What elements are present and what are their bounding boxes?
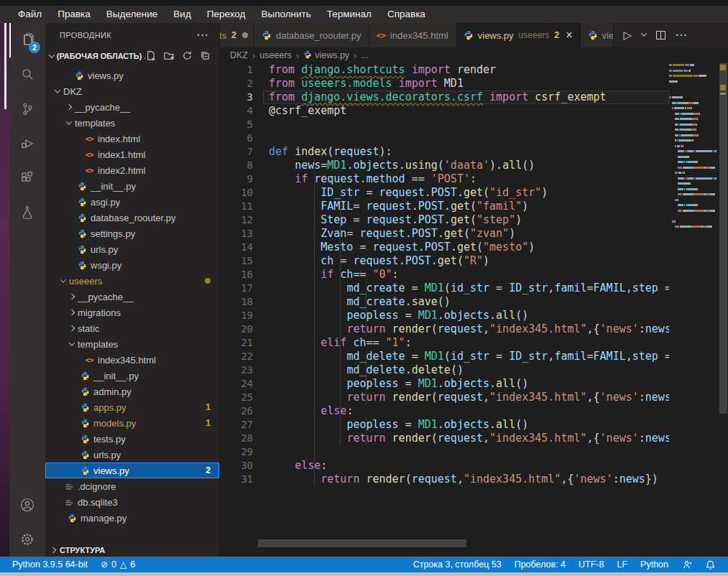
errors-icon: ⊘ bbox=[101, 559, 108, 570]
tree-item-useeers[interactable]: useeers bbox=[45, 273, 219, 289]
close-icon[interactable]: × bbox=[566, 29, 572, 41]
tree-item-label: index1.html bbox=[98, 149, 145, 160]
tree-item-manage.py[interactable]: manage.py bbox=[45, 510, 219, 526]
cursor-position-status[interactable]: Строка 3, столбец 53 bbox=[408, 557, 507, 572]
tree-item-index2.html[interactable]: <>index2.html bbox=[45, 162, 219, 178]
eol-status[interactable]: LF bbox=[612, 557, 632, 572]
sidebar-more-actions-icon[interactable]: ··· bbox=[197, 29, 209, 41]
breadcrumb-item-...[interactable]: ... bbox=[361, 50, 368, 60]
collapse-all-icon[interactable] bbox=[200, 50, 211, 62]
tree-item-__pycache__[interactable]: __pycache__ bbox=[45, 289, 219, 305]
workspace-section-header[interactable]: (РАБОЧАЯ ОБЛАСТЬ) ... bbox=[45, 47, 219, 65]
menu-item-Вид[interactable]: Вид bbox=[165, 6, 198, 23]
code-editor[interactable]: 1from django.shortcuts import render2fro… bbox=[220, 63, 728, 548]
chevron-right-icon bbox=[69, 294, 75, 299]
overview-ruler[interactable] bbox=[719, 63, 728, 548]
encoding-status[interactable]: UTF-8 bbox=[573, 557, 609, 572]
refresh-icon[interactable] bbox=[182, 50, 193, 62]
line-number: 2 bbox=[220, 77, 253, 90]
more-actions-icon[interactable]: ··· bbox=[676, 29, 688, 41]
python-file-icon bbox=[80, 418, 90, 428]
menu-item-Справка[interactable]: Справка bbox=[379, 6, 433, 23]
tree-item-settings.py[interactable]: settings.py bbox=[45, 226, 219, 241]
python-interpreter-status[interactable]: Python 3.9.5 64-bit bbox=[7, 557, 93, 572]
tree-item-DKZ[interactable]: DKZ bbox=[45, 83, 219, 99]
breadcrumb-item-useeers[interactable]: useeers bbox=[259, 50, 291, 60]
modified-dot bbox=[205, 278, 211, 284]
python-file-icon bbox=[464, 30, 474, 40]
new-file-icon[interactable] bbox=[145, 50, 156, 62]
problems-status[interactable]: ⊘ 0 △ 6 bbox=[96, 557, 140, 572]
line-content: return render(request,"index345.html",{'… bbox=[269, 322, 669, 336]
breadcrumb[interactable]: DKZ›useeers› views.py›... bbox=[220, 47, 728, 63]
tree-item-views.py[interactable]: views.py2 bbox=[45, 463, 219, 478]
tree-item-db.sqlite3[interactable]: db.sqlite3 bbox=[45, 494, 219, 510]
tree-item-index1.html[interactable]: <>index1.html bbox=[45, 147, 219, 162]
menu-item-Переход[interactable]: Переход bbox=[199, 6, 254, 23]
tree-item-label: templates bbox=[78, 339, 118, 350]
tab-diiits[interactable]: diiits2 bbox=[220, 23, 254, 47]
extensions-icon[interactable] bbox=[9, 161, 45, 195]
code-line-17: 17 md_create = MD1(id_str = ID_str,famil… bbox=[220, 282, 669, 295]
testing-icon[interactable] bbox=[9, 195, 45, 230]
code-line-4: 4@csrf_exempt bbox=[220, 104, 669, 118]
tree-item-admin.py[interactable]: admin.py bbox=[45, 384, 219, 399]
tree-item-__init__.py[interactable]: __init__.py bbox=[45, 368, 219, 384]
language-mode-status[interactable]: Python bbox=[635, 557, 673, 572]
minimap[interactable] bbox=[669, 63, 719, 548]
tree-item-.dcignore[interactable]: .dcignore bbox=[45, 478, 219, 494]
tree-item-views.py[interactable]: views.py bbox=[45, 68, 219, 83]
tree-item-__init__.py[interactable]: __init__.py bbox=[45, 178, 219, 194]
vertical-scrollbar-thumb[interactable] bbox=[719, 63, 727, 414]
tree-item-wsgi.py[interactable]: wsgi.py bbox=[45, 257, 219, 273]
tab-index345.html[interactable]: <>index345.html bbox=[369, 23, 456, 47]
run-python-file-icon[interactable]: ▷ bbox=[624, 29, 632, 42]
tab-database_roouter.py[interactable]: database_roouter.py bbox=[254, 23, 369, 47]
outline-section-header[interactable]: СТРУКТУРА bbox=[45, 542, 219, 557]
tree-item-label: useeers bbox=[69, 276, 102, 287]
window-top-strip bbox=[0, 0, 728, 6]
tree-item-__pycache__[interactable]: __pycache__ bbox=[45, 99, 219, 115]
source-control-icon[interactable] bbox=[9, 92, 45, 126]
menu-item-Выделение[interactable]: Выделение bbox=[98, 6, 166, 23]
tree-item-templates[interactable]: templates bbox=[45, 336, 219, 352]
line-content: if ch== "0": bbox=[269, 268, 399, 282]
python-file-icon bbox=[77, 181, 87, 191]
tree-item-templates[interactable]: templates bbox=[45, 115, 219, 131]
tree-item-urls.py[interactable]: urls.py bbox=[45, 447, 219, 463]
breadcrumb-item-views.py[interactable]: views.py bbox=[303, 50, 349, 61]
run-debug-icon[interactable] bbox=[9, 126, 45, 161]
tab-label: views.py bbox=[478, 30, 514, 41]
tree-item-asgi.py[interactable]: asgi.py bbox=[45, 194, 219, 210]
feedback-icon[interactable] bbox=[676, 557, 697, 572]
tree-item-models.py[interactable]: models.py1 bbox=[45, 415, 219, 431]
account-icon[interactable] bbox=[9, 488, 45, 522]
tree-item-apps.py[interactable]: apps.py1 bbox=[45, 399, 219, 415]
tree-item-database_roouter.py[interactable]: database_roouter.py bbox=[45, 210, 219, 226]
tab-views.py[interactable]: views.pyuseeers2× bbox=[456, 23, 581, 47]
menu-item-Файл[interactable]: Файл bbox=[10, 6, 50, 23]
menu-item-Правка[interactable]: Правка bbox=[50, 6, 98, 23]
breadcrumb-item-DKZ[interactable]: DKZ bbox=[230, 50, 248, 60]
explorer-files-icon[interactable]: 2 bbox=[9, 23, 45, 57]
menu-item-Выполнить[interactable]: Выполнить bbox=[253, 6, 318, 23]
split-editor-icon[interactable] bbox=[656, 31, 665, 40]
menu-item-Терминал[interactable]: Терминал bbox=[319, 6, 379, 23]
python-file-icon bbox=[303, 50, 312, 61]
tree-item-index345.html[interactable]: <>index345.html bbox=[45, 352, 219, 368]
horizontal-scrollbar-thumb[interactable] bbox=[258, 539, 466, 547]
tree-item-tests.py[interactable]: tests.py bbox=[45, 431, 219, 447]
indentation-status[interactable]: Пробелов: 4 bbox=[510, 557, 571, 572]
tab-vie[interactable]: vie bbox=[581, 23, 614, 47]
line-number: 8 bbox=[220, 159, 253, 172]
tree-item-index.html[interactable]: <>index.html bbox=[45, 131, 219, 147]
tree-item-migrations[interactable]: migrations bbox=[45, 305, 219, 320]
notifications-bell-icon[interactable] bbox=[700, 557, 721, 572]
settings-gear-icon[interactable] bbox=[9, 522, 45, 557]
run-dropdown-chevron-icon[interactable] bbox=[641, 30, 647, 36]
search-icon[interactable] bbox=[9, 57, 45, 92]
tree-item-static[interactable]: static bbox=[45, 320, 219, 336]
new-folder-icon[interactable] bbox=[163, 50, 175, 62]
line-number: 16 bbox=[220, 268, 253, 282]
tree-item-urls.py[interactable]: urls.py bbox=[45, 241, 219, 257]
